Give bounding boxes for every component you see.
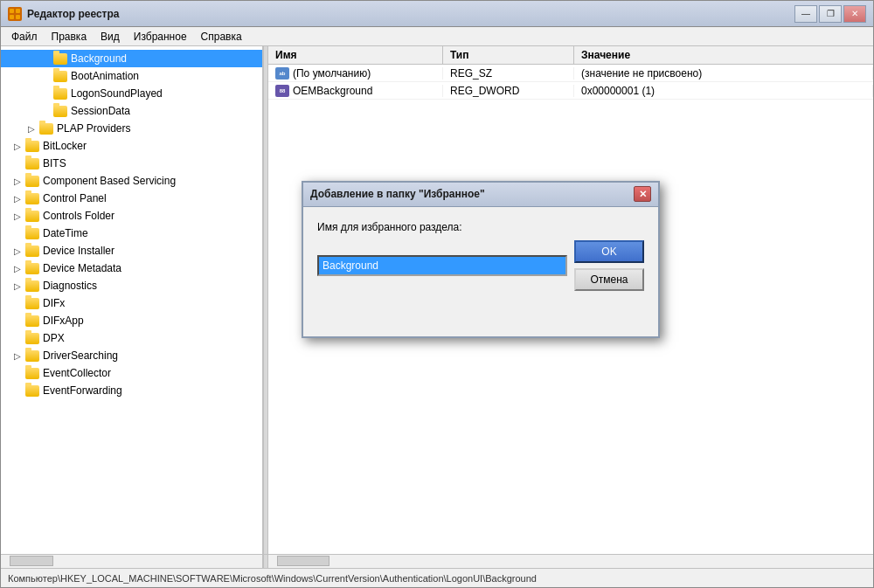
- dialog-label: Имя для избранного раздела:: [317, 221, 644, 233]
- favorite-name-input[interactable]: [317, 255, 567, 276]
- dialog-body: Имя для избранного раздела: OK Отмена: [303, 207, 658, 305]
- dialog-title-bar: Добавление в папку "Избранное" ✕: [303, 183, 658, 207]
- cancel-button[interactable]: Отмена: [574, 268, 644, 291]
- dialog-input-row: OK Отмена: [317, 240, 644, 291]
- favorites-dialog: Добавление в папку "Избранное" ✕ Имя для…: [302, 181, 660, 338]
- dialog-close-button[interactable]: ✕: [634, 186, 651, 202]
- dialog-label-text: Имя для избранного раздела:: [317, 221, 462, 233]
- ok-button[interactable]: OK: [574, 240, 644, 263]
- dialog-title: Добавление в папку "Избранное": [310, 188, 634, 200]
- dialog-overlay: Добавление в папку "Избранное" ✕ Имя для…: [0, 0, 874, 588]
- dialog-buttons: OK Отмена: [574, 240, 644, 291]
